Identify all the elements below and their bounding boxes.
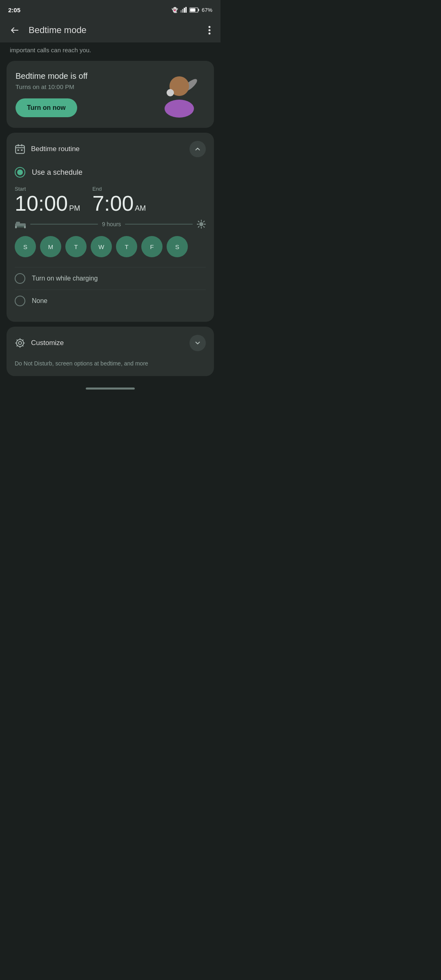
end-time: 7:00: [92, 193, 134, 214]
day-button-1[interactable]: M: [40, 236, 61, 257]
svg-line-32: [198, 227, 199, 227]
svg-rect-0: [180, 10, 182, 13]
more-options-button[interactable]: [207, 24, 212, 37]
svg-rect-15: [18, 144, 19, 146]
day-button-5[interactable]: F: [141, 236, 163, 257]
svg-rect-14: [16, 145, 24, 154]
svg-rect-21: [16, 222, 20, 224]
svg-line-31: [204, 221, 205, 222]
customize-card: Customize Do Not Disturb, screen options…: [7, 327, 214, 376]
svg-point-34: [16, 339, 23, 346]
day-button-0[interactable]: S: [15, 236, 36, 257]
end-ampm: AM: [135, 204, 146, 213]
day-button-2[interactable]: T: [65, 236, 87, 257]
svg-point-12: [167, 89, 174, 96]
svg-rect-6: [190, 8, 195, 11]
days-row: SMTWTFS: [15, 236, 206, 257]
calendar-icon: [15, 144, 25, 154]
svg-line-29: [198, 221, 199, 222]
turn-on-now-button[interactable]: Turn on now: [16, 98, 77, 117]
start-time: 10:00: [15, 193, 68, 214]
signal-icon: [180, 7, 187, 13]
start-time-block[interactable]: Start 10:00 PM: [15, 186, 80, 214]
day-button-3[interactable]: W: [91, 236, 112, 257]
back-button[interactable]: [8, 24, 21, 37]
routine-collapse-button[interactable]: [189, 141, 206, 157]
svg-rect-16: [21, 144, 22, 146]
day-button-6[interactable]: S: [167, 236, 188, 257]
svg-point-24: [199, 222, 203, 226]
svg-rect-18: [21, 149, 22, 151]
time-row: Start 10:00 PM End 7:00 AM: [15, 186, 206, 214]
svg-point-13: [165, 100, 194, 118]
bedtime-status-sub: Turns on at 10:00 PM: [16, 83, 152, 90]
charging-label: Turn on while charging: [32, 275, 98, 282]
customize-expand-button[interactable]: [189, 335, 206, 351]
end-time-block[interactable]: End 7:00 AM: [92, 186, 146, 214]
ghost-icon: 👻: [172, 7, 178, 13]
customize-header: Customize: [7, 327, 214, 358]
person-illustration: [156, 70, 205, 119]
svg-rect-17: [18, 149, 19, 151]
battery-percent: 67%: [202, 7, 212, 13]
charging-radio-button[interactable]: [15, 273, 25, 284]
status-bar: 2:05 👻 67%: [0, 0, 220, 18]
none-label: None: [32, 297, 47, 305]
duration-text: 9 hours: [102, 221, 121, 227]
schedule-radio-button[interactable]: [15, 167, 25, 178]
home-bar: [86, 388, 135, 390]
bedtime-status-card: Bedtime mode is off Turns on at 10:00 PM…: [7, 61, 214, 128]
svg-rect-1: [182, 9, 183, 13]
start-label: Start: [15, 186, 80, 192]
routine-body: Use a schedule Start 10:00 PM End 7:00 A…: [7, 164, 214, 322]
sun-icon: [197, 220, 206, 229]
schedule-radio-row[interactable]: Use a schedule: [15, 167, 206, 178]
svg-rect-22: [15, 226, 17, 228]
bedtime-status-title: Bedtime mode is off: [16, 71, 152, 81]
svg-point-7: [209, 26, 211, 28]
page-title: Bedtime mode: [29, 25, 87, 36]
schedule-label: Use a schedule: [32, 168, 82, 177]
duration-line-end: [125, 224, 193, 225]
routine-card: Bedtime routine Use a schedule Start 10:…: [7, 133, 214, 322]
customize-sub-text: Do Not Disturb, screen options at bedtim…: [15, 360, 148, 367]
end-label: End: [92, 186, 146, 192]
svg-rect-3: [185, 7, 187, 13]
svg-rect-2: [184, 8, 185, 13]
routine-section-header: Bedtime routine: [7, 133, 214, 164]
svg-point-9: [209, 33, 211, 35]
svg-point-8: [209, 29, 211, 31]
none-option-row[interactable]: None: [15, 290, 206, 312]
customize-body: Do Not Disturb, screen options at bedtim…: [7, 358, 214, 376]
svg-line-30: [204, 227, 205, 227]
routine-label: Bedtime routine: [31, 145, 80, 153]
customize-label: Customize: [31, 339, 64, 347]
bed-icon: [15, 220, 26, 228]
svg-rect-5: [198, 9, 199, 11]
battery-icon: [189, 7, 199, 13]
duration-row: 9 hours: [15, 220, 206, 229]
home-indicator: [0, 381, 220, 394]
gear-icon: [15, 338, 25, 348]
scroll-hint-text: important calls can reach you.: [0, 42, 220, 61]
start-ampm: PM: [69, 204, 80, 213]
svg-point-33: [18, 341, 22, 345]
duration-line-start: [30, 224, 98, 225]
status-time: 2:05: [8, 7, 20, 13]
none-radio-button[interactable]: [15, 296, 25, 306]
status-icons: 👻 67%: [172, 7, 212, 13]
day-button-4[interactable]: T: [116, 236, 137, 257]
charging-option-row[interactable]: Turn on while charging: [15, 267, 206, 290]
top-bar: Bedtime mode: [0, 18, 220, 42]
svg-rect-23: [24, 226, 26, 228]
